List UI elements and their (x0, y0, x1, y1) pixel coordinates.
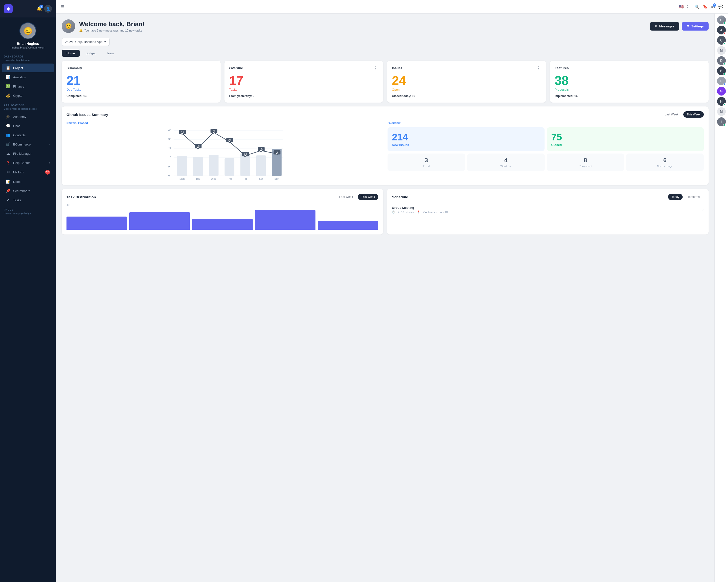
sidebar-user: 😊 Brian Hughes hughes.brian@company.com (0, 18, 56, 51)
user-email: hughes.brian@company.com (11, 46, 45, 49)
app-selector[interactable]: ACME Corp. Backend App ▾ (62, 38, 110, 46)
reopened-label: Re-opened (579, 165, 592, 168)
sidebar-item-label: Tasks (13, 198, 21, 202)
pages-section-sub: Custom made page designs (0, 212, 56, 217)
closed-card: 75 Closed (547, 127, 704, 151)
messages-button[interactable]: ✉ Messages (650, 22, 679, 31)
overdue-menu-icon[interactable]: ⋮ (373, 65, 378, 71)
summary-title: Summary (67, 66, 82, 70)
envelope-icon: ✉ (655, 25, 657, 28)
chevron-right-icon[interactable]: › (703, 207, 704, 212)
bookmark-icon[interactable]: 🔖 (703, 4, 708, 9)
rp-avatar-7[interactable]: F (717, 77, 726, 85)
app-logo[interactable]: ◆ (4, 4, 12, 13)
applications-section-sub: Custom made application designs (0, 108, 56, 112)
task-last-week-button[interactable]: Last Week (336, 194, 356, 200)
github-body: New vs. Closed 45 36 27 18 9 0 (67, 121, 704, 180)
rp-avatar-1[interactable]: B (717, 16, 726, 24)
sidebar-item-help-center[interactable]: ❓ Help Center › (2, 158, 54, 167)
help-center-arrow-icon: › (49, 162, 50, 164)
welcome-title: Welcome back, Brian! (79, 20, 145, 28)
analytics-icon: 📊 (6, 75, 10, 79)
gear-icon: ⚙ (686, 25, 690, 28)
menu-icon[interactable]: ☰ (61, 4, 64, 9)
sidebar-item-contacts[interactable]: 👥 Contacts (2, 131, 54, 139)
schedule-item-time: in 32 minutes (398, 211, 414, 214)
file-manager-icon: ☁ (6, 151, 10, 156)
new-issues-card: 214 New Issues (388, 127, 545, 151)
search-icon[interactable]: 🔍 (695, 4, 699, 9)
svg-text:Thu: Thu (227, 177, 232, 180)
schedule-tomorrow-button[interactable]: Tomorrow (684, 194, 704, 200)
rp-avatar-6[interactable]: E (717, 66, 726, 75)
sidebar-item-notes[interactable]: 📝 Notes (2, 177, 54, 186)
tasks-icon: ✔ (6, 198, 10, 202)
sidebar-item-chat[interactable]: 💬 Chat (2, 121, 54, 130)
svg-text:45: 45 (168, 129, 171, 132)
sidebar-item-analytics[interactable]: 📊 Analytics (2, 73, 54, 82)
issues-menu-icon[interactable]: ⋮ (536, 65, 541, 71)
rp-avatar-11[interactable]: I (717, 117, 726, 126)
issues-sub: Closed today: 19 (392, 94, 541, 98)
summary-value: 21 (67, 74, 216, 87)
chart-container: 45 36 27 18 9 0 (67, 127, 383, 180)
settings-button[interactable]: ⚙ Settings (682, 22, 709, 31)
mailbox-badge: 27 (45, 170, 50, 175)
bar-1 (67, 217, 127, 230)
sidebar-item-label: Mailbox (13, 170, 24, 174)
rp-avatar-8[interactable]: G (717, 87, 726, 95)
rp-avatar-3[interactable]: C (717, 36, 726, 45)
stat-card-features: Features ⋮ 38 Proposals Implemented: 16 (550, 61, 709, 103)
tab-team[interactable]: Team (101, 50, 119, 57)
flag-icon[interactable]: 🇺🇸 (679, 4, 684, 9)
this-week-button[interactable]: This Week (683, 111, 704, 118)
rp-avatar-9[interactable]: H (717, 97, 726, 106)
chevron-down-icon: ▾ (104, 40, 106, 44)
task-max-label: 40 (67, 203, 378, 206)
features-sub: Implemented: 16 (555, 94, 704, 98)
features-value: 38 (555, 74, 704, 87)
task-this-week-button[interactable]: This Week (358, 194, 378, 200)
tab-home[interactable]: Home (62, 50, 80, 57)
cart-badge: 5 (713, 3, 716, 7)
fixed-value: 3 (425, 157, 428, 164)
main-content: 😊 Welcome back, Brian! 🔔 You have 2 new … (56, 13, 714, 582)
sidebar-item-file-manager[interactable]: ☁ File Manager (2, 149, 54, 158)
summary-menu-icon[interactable]: ⋮ (211, 65, 216, 71)
sidebar-header: ◆ 🔔 3 👤 (0, 0, 56, 18)
chart-area: New vs. Closed 45 36 27 18 9 0 (67, 121, 383, 180)
sidebar-item-label: File Manager (13, 152, 31, 156)
overview-bottom: 3 Fixed 4 Won't Fix 8 Re-opened 6 Needs … (388, 154, 704, 171)
sidebar-user-icon[interactable]: 👤 (44, 5, 52, 12)
rp-avatar-4[interactable]: M (717, 46, 726, 55)
sidebar-item-project[interactable]: 📋 Project (2, 63, 54, 72)
github-section-title: Github Issues Summary (67, 113, 108, 117)
github-section: Github Issues Summary Last Week This Wee… (62, 107, 709, 185)
sidebar-item-tasks[interactable]: ✔ Tasks (2, 196, 54, 204)
fullscreen-icon[interactable]: ⛶ (687, 5, 691, 9)
schedule-today-button[interactable]: Today (668, 194, 683, 200)
notification-icon[interactable]: 🔔 3 (36, 6, 42, 11)
sidebar-item-label: Contacts (13, 133, 25, 137)
sidebar-item-ecommerce[interactable]: 🛒 ECommerce › (2, 140, 54, 149)
sidebar-item-label: Chat (13, 124, 20, 128)
rp-avatar-2[interactable]: A (717, 26, 726, 34)
sidebar-item-finance[interactable]: 💹 Finance (2, 82, 54, 91)
stat-card-overdue: Overdue ⋮ 17 Tasks From yesterday: 9 (225, 61, 383, 103)
sidebar-item-scrumboard[interactable]: 📌 Scrumboard (2, 187, 54, 195)
rp-avatar-10[interactable]: M (717, 107, 726, 116)
tab-budget[interactable]: Budget (81, 50, 101, 57)
chat-topbar-icon[interactable]: 💬 (718, 4, 723, 9)
overview-top: 214 New Issues 75 Closed (388, 127, 704, 151)
features-menu-icon[interactable]: ⋮ (699, 65, 704, 71)
svg-text:Sat: Sat (259, 177, 263, 180)
task-distribution-title: Task Distribution (67, 195, 96, 199)
last-week-button[interactable]: Last Week (661, 111, 682, 118)
sidebar-item-crypto[interactable]: 💰 Crypto (2, 91, 54, 100)
sidebar-item-mailbox[interactable]: ✉ Mailbox 27 (2, 168, 54, 177)
welcome-avatar: 😊 (62, 20, 75, 33)
rp-avatar-5[interactable]: D (717, 56, 726, 65)
dashboards-section-sub: Unique dashboard designs (0, 59, 56, 63)
help-center-icon: ❓ (6, 161, 10, 165)
sidebar-item-academy[interactable]: 🎓 Academy (2, 112, 54, 121)
